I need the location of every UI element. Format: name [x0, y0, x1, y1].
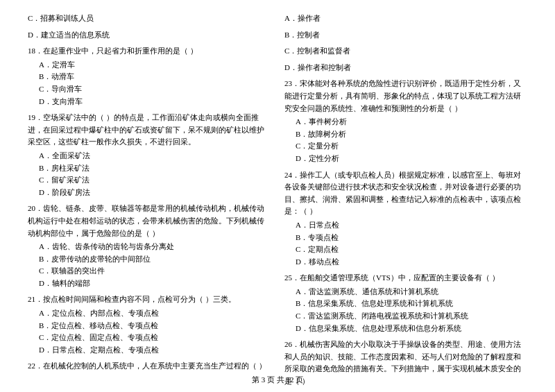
q19-option-c: C．留矿采矿法 — [28, 174, 271, 187]
item-a-operator-text: A．操作者 — [284, 12, 527, 25]
item-b-controller-text: B．控制者 — [284, 29, 527, 42]
q25-text: 25．在船舶交通管理系统（VTS）中，应配置的主要设备有（ ） — [284, 272, 527, 284]
q23-option-a: A．事件树分析 — [284, 116, 527, 128]
q20-option-c: C．联轴器的突出件 — [28, 265, 271, 278]
q24-text: 24．操作工人（或专职点检人员）根据规定标准，以感官至上、每班对各设备关键部位进… — [284, 169, 527, 218]
page-number: 第 3 页 共 12 页 — [252, 375, 303, 384]
q24-option-d: D．移动点检 — [284, 256, 527, 269]
page-footer: 第 3 页 共 12 页 — [0, 375, 555, 385]
q24-option-c: C．定期点检 — [284, 244, 527, 256]
q25-option-d: D．信息采集系统、信息处理系统和信息分析系统 — [284, 323, 527, 335]
page-container: C．招募和训练人员 D．建立适当的信息系统 18．在起重作业中，只起省力和折重作… — [0, 0, 555, 392]
q23-option-d: D．定性分析 — [284, 153, 527, 165]
q22-text: 22．在机械化控制的人机系统中，人在系统中主要充当生产过程的（ ） — [28, 360, 271, 373]
item-d-op-ctrl: D．操作者和控制者 — [284, 62, 527, 74]
q19-option-d: D．阶段矿房法 — [28, 187, 271, 199]
q18-option-c: C．导向滑车 — [28, 83, 271, 96]
q18-option-a: A．定滑车 — [28, 59, 271, 71]
item-d-info: D．建立适当的信息系统 — [28, 29, 271, 42]
q21-option-c: C．定位点检、固定点检、专项点检 — [28, 332, 271, 344]
q21-option-b: B．定位点检、移动点检、专项点检 — [28, 320, 271, 332]
q20-option-a: A．齿轮、齿条传动的齿轮与齿条分离处 — [28, 241, 271, 253]
q25-option-b: B．信息采集系统、信息处理系统和计算机系统 — [284, 298, 527, 310]
q21-option-d: D．日常点检、定期点检、专项点检 — [28, 344, 271, 357]
q19-option-b: B．房柱采矿法 — [28, 162, 271, 175]
q25-option-c: C．雷达监测系统、闭路电视监视系统和计算机系统 — [284, 310, 527, 323]
q23-text: 23．宋体能对各种系统的危险性进行识别评价，既适用于定性分析，又能进行定量分析，… — [284, 78, 527, 114]
question-24: 24．操作工人（或专职点检人员）根据规定标准，以感官至上、每班对各设备关键部位进… — [284, 169, 527, 269]
question-18: 18．在起重作业中，只起省力和折重作用的是（ ） A．定滑车 B．动滑车 C．导… — [28, 45, 271, 108]
question-21: 21．按点检时间间隔和检查内容不同，点检可分为（ ）三类。 A．定位点检、内部点… — [28, 293, 271, 356]
item-c-supervisor-text: C．控制者和监督者 — [284, 45, 527, 58]
q18-option-d: D．支向滑车 — [28, 96, 271, 108]
q21-option-a: A．定位点检、内部点检、专项点检 — [28, 307, 271, 320]
q20-text: 20．齿轮、链条、皮带、联轴器等都是常用的机械传动机构，机械传动机构运行中处在相… — [28, 203, 271, 239]
q24-option-a: A．日常点检 — [284, 219, 527, 232]
item-a-operator: A．操作者 — [284, 12, 527, 25]
q20-option-b: B．皮带传动的皮带轮的中间部位 — [28, 253, 271, 266]
question-19: 19．空场采矿法中的（ ）的特点是，工作面沿矿体走向或横向全面推进，在回采过程中… — [28, 112, 271, 198]
left-column: C．招募和训练人员 D．建立适当的信息系统 18．在起重作业中，只起省力和折重作… — [28, 12, 271, 392]
q18-text: 18．在起重作业中，只起省力和折重作用的是（ ） — [28, 45, 271, 58]
q25-option-a: A．雷达监测系统、通信系统和计算机系统 — [284, 286, 527, 298]
right-column: A．操作者 B．控制者 C．控制者和监督者 D．操作者和控制者 23．宋体能对各… — [284, 12, 527, 392]
q23-option-c: C．定量分析 — [284, 140, 527, 153]
q23-option-b: B．故障树分析 — [284, 128, 527, 141]
item-d-op-ctrl-text: D．操作者和控制者 — [284, 62, 527, 74]
item-b-controller: B．控制者 — [284, 29, 527, 42]
q19-option-a: A．全面采矿法 — [28, 150, 271, 162]
q18-option-b: B．动滑车 — [28, 71, 271, 83]
item-c-recruit-text: C．招募和训练人员 — [28, 12, 271, 25]
item-c-recruit: C．招募和训练人员 — [28, 12, 271, 25]
q21-text: 21．按点检时间间隔和检查内容不同，点检可分为（ ）三类。 — [28, 293, 271, 306]
q20-option-d: D．轴料的端部 — [28, 278, 271, 290]
question-25: 25．在船舶交通管理系统（VTS）中，应配置的主要设备有（ ） A．雷达监测系统… — [284, 272, 527, 334]
item-c-supervisor: C．控制者和监督者 — [284, 45, 527, 58]
question-23: 23．宋体能对各种系统的危险性进行识别评价，既适用于定性分析，又能进行定量分析，… — [284, 78, 527, 164]
main-content: C．招募和训练人员 D．建立适当的信息系统 18．在起重作业中，只起省力和折重作… — [28, 12, 527, 392]
q19-text: 19．空场采矿法中的（ ）的特点是，工作面沿矿体走向或横向全面推进，在回采过程中… — [28, 112, 271, 148]
q24-option-b: B．专项点检 — [284, 232, 527, 244]
question-22: 22．在机械化控制的人机系统中，人在系统中主要充当生产过程的（ ） — [28, 360, 271, 373]
item-d-info-text: D．建立适当的信息系统 — [28, 29, 271, 42]
question-20: 20．齿轮、链条、皮带、联轴器等都是常用的机械传动机构，机械传动机构运行中处在相… — [28, 203, 271, 289]
